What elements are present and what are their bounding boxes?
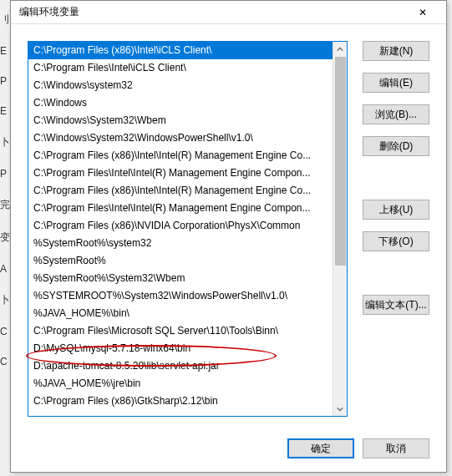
list-item[interactable]: D:\apache-tomcat-8.5.20\lib\servlet-api.… [28,357,333,375]
scroll-up-arrow-icon[interactable] [333,42,347,56]
content-area: C:\Program Files (x86)\Intel\iCLS Client… [28,41,429,422]
cancel-button[interactable]: 取消 [363,438,429,458]
list-item[interactable]: D:\MySQL\mysql-5.7.18-winx64\bin [28,340,333,357]
list-item[interactable]: C:\Program Files (x86)\Intel\Intel(R) Ma… [28,147,333,165]
edittext-button[interactable]: 编辑文本(T)... [363,295,429,315]
list-item[interactable]: C:\Program Files\Intel\Intel(R) Manageme… [28,165,333,182]
scrollbar[interactable] [333,42,347,416]
scroll-thumb[interactable] [335,57,346,266]
list-item[interactable]: C:\Windows\system32 [28,77,333,94]
list-item[interactable]: %SystemRoot%\system32 [28,235,333,252]
list-item[interactable]: C:\Program Files\Intel\iCLS Client\ [28,59,333,77]
button-column: 新建(N) 编辑(E) 浏览(B)... 删除(D) 上移(U) 下移(O) 编… [363,41,429,422]
close-button[interactable]: ✕ [406,2,439,23]
list-item[interactable]: C:\Windows\System32\WindowsPowerShell\v1… [28,129,333,147]
delete-button[interactable]: 删除(D) [363,136,429,156]
list-item[interactable]: C:\Windows [28,94,333,112]
list-item[interactable]: C:\Program Files (x86)\Intel\Intel(R) Ma… [28,182,333,200]
list-item[interactable]: C:\Program Files (x86)\Intel\iCLS Client… [28,42,333,59]
list-item[interactable]: %SYSTEMROOT%\System32\WindowsPowerShell\… [28,287,333,305]
moveup-button[interactable]: 上移(U) [363,200,429,220]
list-item[interactable]: %JAVA_HOME%\jre\bin [28,375,333,392]
list-item[interactable]: C:\Program Files (x86)\NVIDIA Corporatio… [28,217,333,235]
list-inner: C:\Program Files (x86)\Intel\iCLS Client… [28,42,333,416]
ok-button[interactable]: 确定 [287,438,354,458]
list-item[interactable]: C:\Program Files\Intel\Intel(R) Manageme… [28,200,333,217]
new-button[interactable]: 新建(N) [363,41,429,61]
edit-env-var-dialog: 编辑环境变量 ✕ C:\Program Files (x86)\Intel\iC… [10,0,447,473]
edit-button[interactable]: 编辑(E) [363,73,429,93]
list-item[interactable]: %SystemRoot% [28,252,333,270]
movedown-button[interactable]: 下移(O) [363,231,429,251]
close-icon: ✕ [419,7,427,18]
dialog-title: 编辑环境变量 [19,5,79,19]
list-item[interactable]: %SystemRoot%\System32\Wbem [28,270,333,287]
browse-button[interactable]: 浏览(B)... [363,104,429,124]
list-item[interactable]: %JAVA_HOME%\bin\ [28,305,333,322]
footer-buttons: 确定 取消 [287,438,429,458]
list-item[interactable]: C:\Program Files\Microsoft SQL Server\11… [28,322,333,340]
scroll-down-arrow-icon[interactable] [333,402,347,416]
path-listbox[interactable]: C:\Program Files (x86)\Intel\iCLS Client… [28,41,348,417]
list-item[interactable]: C:\Program Files (x86)\GtkSharp\2.12\bin [28,392,333,410]
titlebar: 编辑环境变量 ✕ [11,1,446,24]
list-item[interactable]: C:\Windows\System32\Wbem [28,112,333,129]
